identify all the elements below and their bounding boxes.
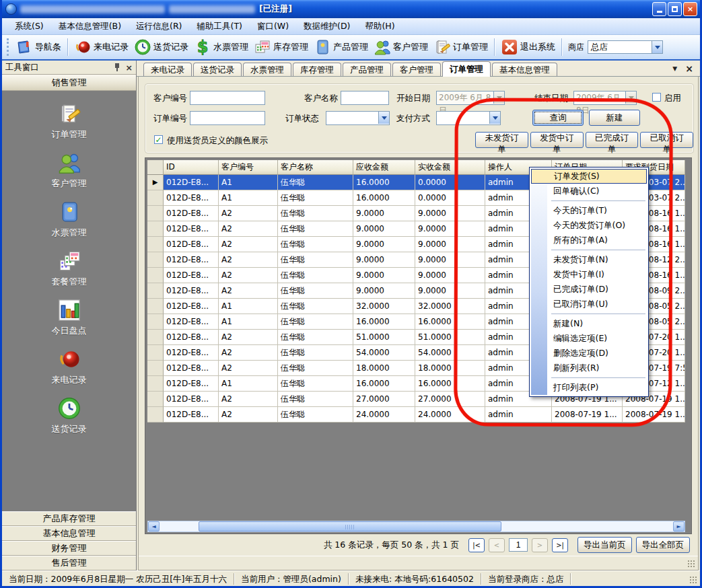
first-page-button[interactable]: |<: [468, 538, 485, 552]
sidebar-group-财务管理[interactable]: 财务管理: [2, 541, 136, 556]
menu-item-窗口(W)[interactable]: 窗口(W): [250, 18, 296, 34]
customer-no-input[interactable]: [190, 91, 265, 105]
context-menu-item-今天的订单(T)[interactable]: 今天的订单(T): [531, 203, 647, 218]
context-menu-item-发货中订单(I)[interactable]: 发货中订单(I): [531, 267, 647, 282]
context-menu-item-新建(N)[interactable]: 新建(N): [531, 316, 647, 331]
maximize-button[interactable]: [668, 2, 682, 16]
tab-库存管理[interactable]: 库存管理: [293, 63, 341, 76]
row-leader-cell[interactable]: ▶: [147, 175, 164, 190]
pay-method-dropdown-icon[interactable]: [489, 112, 500, 124]
row-leader-cell[interactable]: [147, 330, 164, 345]
scrollbar-thumb[interactable]: [199, 521, 501, 531]
sidebar-group-sales[interactable]: 销售管理: [2, 75, 136, 91]
toolbar-button-导航条[interactable]: 导航条: [13, 37, 64, 57]
sidebar-item-今日盘点[interactable]: 今日盘点: [52, 298, 87, 337]
row-leader-cell[interactable]: [147, 190, 164, 206]
menu-item-帮助(H)[interactable]: 帮助(H): [357, 18, 402, 34]
sidebar-group-产品库存管理[interactable]: 产品库存管理: [2, 511, 136, 526]
tab-送货记录[interactable]: 送货记录: [193, 63, 242, 76]
toolbar-button-库存管理[interactable]: 库存管理: [251, 37, 311, 57]
scroll-right-icon[interactable]: ►: [673, 521, 685, 531]
toolbar-button-订单管理[interactable]: 订单管理: [431, 37, 491, 57]
next-page-button[interactable]: >: [532, 538, 548, 552]
order-no-input[interactable]: [190, 111, 265, 125]
start-date-picker[interactable]: 2009年 6月 8日: [436, 91, 505, 105]
filter-button-发货中订单[interactable]: 发货中订单: [530, 132, 584, 148]
menu-item-基本信息管理(B)[interactable]: 基本信息管理(B): [51, 18, 129, 34]
query-button[interactable]: 查询: [532, 110, 584, 126]
row-leader-cell[interactable]: [147, 376, 164, 392]
menu-item-运行信息(R)[interactable]: 运行信息(R): [129, 18, 189, 34]
row-leader-cell[interactable]: [147, 283, 164, 299]
context-menu-item-编辑选定项(E)[interactable]: 编辑选定项(E): [531, 331, 647, 346]
resize-grip-icon[interactable]: [687, 560, 696, 568]
toolbar-button-来电记录[interactable]: 来电记录: [71, 37, 131, 57]
tab-来电记录[interactable]: 来电记录: [143, 63, 192, 76]
sidebar-group-售后管理[interactable]: 售后管理: [2, 556, 136, 571]
tool-window-close-icon[interactable]: ×: [126, 63, 133, 73]
row-leader-cell[interactable]: [147, 407, 164, 422]
tab-list-dropdown-icon[interactable]: ▼: [672, 65, 677, 72]
context-menu-item-今天的发货订单(O)[interactable]: 今天的发货订单(O): [531, 218, 647, 233]
column-header-ID[interactable]: ID: [164, 160, 219, 175]
export-current-page-button[interactable]: 导出当前页: [577, 537, 632, 553]
pin-icon[interactable]: [114, 63, 120, 71]
row-leader-cell[interactable]: [147, 314, 164, 330]
prev-page-button[interactable]: <: [489, 538, 505, 552]
statusbar-resize-grip-icon[interactable]: [689, 576, 698, 584]
enable-checkbox[interactable]: [652, 93, 661, 102]
sidebar-item-订单管理[interactable]: 订单管理: [52, 102, 87, 141]
delivery-color-checkbox[interactable]: ✓: [154, 135, 163, 144]
column-header-实收金额[interactable]: 实收金额: [415, 160, 485, 175]
pay-method-select[interactable]: [436, 111, 501, 125]
toolbar-button-水票管理[interactable]: $水票管理: [191, 37, 251, 57]
close-button[interactable]: ×: [683, 2, 697, 16]
toolbar-button-送货记录[interactable]: 送货记录: [131, 37, 191, 57]
tab-close-icon[interactable]: ×: [685, 63, 693, 74]
context-menu-item-刷新列表(R)[interactable]: 刷新列表(R): [531, 361, 647, 375]
context-menu-item-未发货订单(N)[interactable]: 未发货订单(N): [531, 252, 647, 267]
context-menu-item-订单发货(S)[interactable]: 订单发货(S): [531, 169, 647, 184]
toolbar-grip[interactable]: [7, 38, 10, 56]
shop-combobox[interactable]: 总店: [588, 40, 663, 54]
sidebar-group-基本信息管理[interactable]: 基本信息管理: [2, 526, 136, 541]
row-leader-cell[interactable]: [147, 392, 164, 407]
end-date-picker[interactable]: 2009年 6月 8日: [573, 91, 637, 105]
context-menu-item-回单确认(C)[interactable]: 回单确认(C): [531, 184, 647, 198]
column-header-客户编号[interactable]: 客户编号: [219, 160, 278, 175]
sidebar-item-套餐管理[interactable]: 套餐管理: [52, 249, 87, 288]
column-header-应收金额[interactable]: 应收金额: [353, 160, 415, 175]
menu-item-辅助工具(T)[interactable]: 辅助工具(T): [190, 18, 250, 34]
start-date-dropdown-icon[interactable]: [493, 91, 504, 104]
sidebar-item-送货记录[interactable]: 送货记录: [52, 396, 87, 435]
filter-button-已完成订单[interactable]: 已完成订单: [586, 132, 639, 148]
toolbar-button-退出系统[interactable]: 退出系统: [498, 37, 558, 57]
sidebar-item-水票管理[interactable]: 水票管理: [52, 200, 87, 239]
context-menu-item-打印列表(P)[interactable]: 打印列表(P): [531, 380, 647, 395]
table-row[interactable]: 012D-E8...A2伍华聪24.000024.0000admin2008-0…: [147, 407, 685, 422]
filter-button-已取消订单[interactable]: 已取消订单: [640, 132, 693, 148]
row-leader-cell[interactable]: [147, 361, 164, 376]
order-status-dropdown-icon[interactable]: [378, 112, 389, 124]
sidebar-item-客户管理[interactable]: 客户管理: [52, 151, 87, 190]
menu-item-数据维护(D)[interactable]: 数据维护(D): [296, 18, 357, 34]
page-number-input[interactable]: [509, 538, 528, 552]
shop-dropdown-icon[interactable]: [652, 41, 662, 53]
export-all-pages-button[interactable]: 导出全部页: [636, 537, 691, 553]
tab-水票管理[interactable]: 水票管理: [243, 63, 291, 76]
sidebar-item-来电记录[interactable]: 来电记录: [52, 347, 87, 386]
row-leader-cell[interactable]: [147, 299, 164, 314]
context-menu-item-已完成订单(D)[interactable]: 已完成订单(D): [531, 282, 647, 297]
filter-button-未发货订单[interactable]: 未发货订单: [475, 132, 528, 148]
row-leader-cell[interactable]: [147, 221, 164, 237]
scroll-left-icon[interactable]: ◄: [148, 521, 160, 531]
minimize-button[interactable]: [652, 2, 666, 16]
column-header-客户名称[interactable]: 客户名称: [278, 160, 353, 175]
toolbar-button-客户管理[interactable]: 客户管理: [371, 37, 431, 57]
new-button[interactable]: 新建: [589, 110, 640, 126]
horizontal-scrollbar[interactable]: ◄ ►: [147, 521, 685, 532]
tab-基本信息管理[interactable]: 基本信息管理: [492, 63, 557, 76]
menu-item-系统(S)[interactable]: 系统(S): [7, 18, 51, 34]
row-leader-cell[interactable]: [147, 237, 164, 252]
order-status-select[interactable]: [326, 111, 390, 125]
